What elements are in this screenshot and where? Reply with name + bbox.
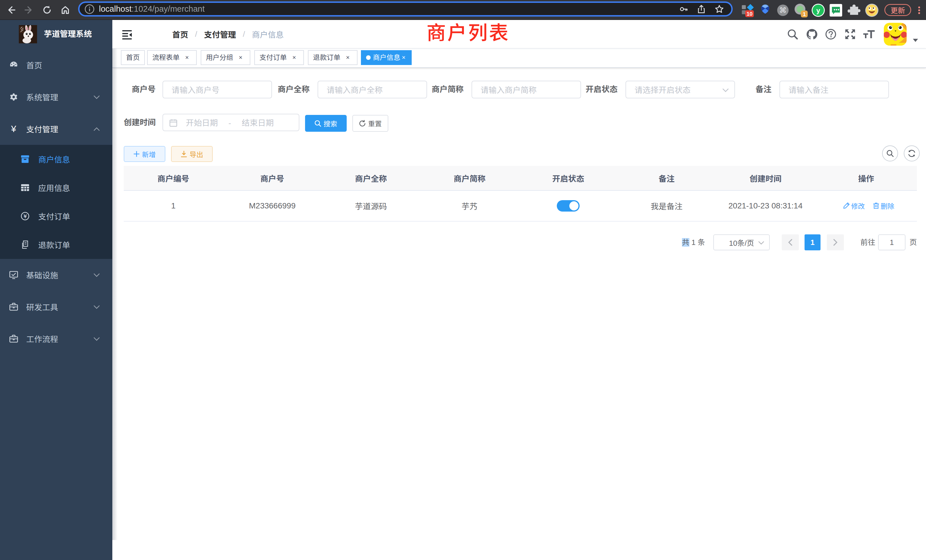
svg-text:￥: ￥ [23,213,28,219]
svg-text:⌘: ⌘ [779,6,787,15]
svg-text:1: 1 [803,11,806,17]
svg-text:10: 10 [746,11,752,17]
svg-text:y: y [816,6,820,14]
